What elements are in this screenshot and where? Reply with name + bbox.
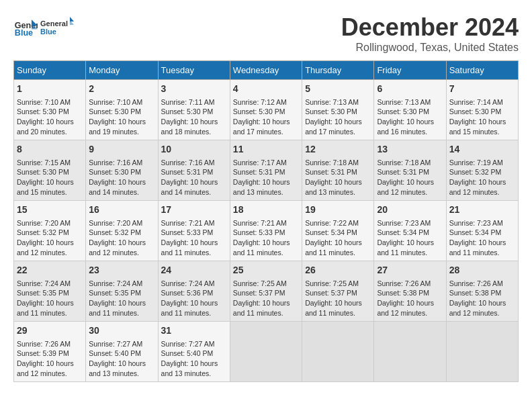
day-info: Sunrise: 7:26 AM Sunset: 5:39 PM Dayligh… [17, 339, 83, 379]
calendar-cell [302, 322, 374, 382]
day-info: Sunrise: 7:18 AM Sunset: 5:31 PM Dayligh… [377, 158, 443, 197]
day-number: 12 [305, 143, 371, 156]
day-number: 16 [89, 203, 154, 217]
day-number: 6 [377, 83, 443, 96]
day-number: 19 [305, 203, 371, 217]
calendar-week-row: 22Sunrise: 7:24 AM Sunset: 5:35 PM Dayli… [14, 261, 519, 322]
header-friday: Friday [374, 61, 446, 80]
day-info: Sunrise: 7:25 AM Sunset: 5:37 PM Dayligh… [233, 279, 299, 318]
calendar-cell: 18Sunrise: 7:21 AM Sunset: 5:33 PM Dayli… [230, 201, 302, 261]
day-number: 15 [17, 203, 83, 217]
day-info: Sunrise: 7:24 AM Sunset: 5:35 PM Dayligh… [17, 279, 83, 318]
calendar-cell: 6Sunrise: 7:13 AM Sunset: 5:30 PM Daylig… [374, 80, 446, 140]
svg-marker-7 [70, 17, 74, 21]
day-number: 7 [449, 83, 515, 96]
day-info: Sunrise: 7:11 AM Sunset: 5:30 PM Dayligh… [161, 97, 227, 137]
calendar-cell: 20Sunrise: 7:23 AM Sunset: 5:34 PM Dayli… [374, 201, 446, 261]
calendar-cell: 11Sunrise: 7:17 AM Sunset: 5:31 PM Dayli… [230, 140, 302, 201]
day-number: 9 [89, 143, 154, 156]
month-title: December 2024 [341, 13, 519, 42]
header-monday: Monday [86, 61, 158, 80]
day-number: 29 [17, 324, 83, 338]
day-info: Sunrise: 7:26 AM Sunset: 5:38 PM Dayligh… [449, 279, 515, 318]
day-number: 4 [233, 83, 299, 96]
logo-icon: General Blue [13, 15, 38, 39]
day-info: Sunrise: 7:12 AM Sunset: 5:30 PM Dayligh… [233, 97, 299, 137]
calendar-cell: 27Sunrise: 7:26 AM Sunset: 5:38 PM Dayli… [374, 261, 446, 322]
day-number: 5 [305, 83, 371, 96]
day-number: 28 [449, 264, 515, 277]
day-info: Sunrise: 7:14 AM Sunset: 5:30 PM Dayligh… [449, 97, 515, 137]
calendar-cell: 16Sunrise: 7:20 AM Sunset: 5:32 PM Dayli… [86, 201, 158, 261]
day-info: Sunrise: 7:16 AM Sunset: 5:30 PM Dayligh… [89, 158, 154, 197]
calendar-cell: 23Sunrise: 7:24 AM Sunset: 5:35 PM Dayli… [86, 261, 158, 322]
day-info: Sunrise: 7:24 AM Sunset: 5:36 PM Dayligh… [161, 279, 227, 318]
day-number: 27 [377, 264, 443, 277]
day-number: 20 [377, 203, 443, 217]
calendar-cell: 28Sunrise: 7:26 AM Sunset: 5:38 PM Dayli… [446, 261, 518, 322]
day-number: 13 [377, 143, 443, 156]
calendar-cell: 25Sunrise: 7:25 AM Sunset: 5:37 PM Dayli… [230, 261, 302, 322]
day-info: Sunrise: 7:13 AM Sunset: 5:30 PM Dayligh… [305, 97, 371, 137]
calendar-week-row: 15Sunrise: 7:20 AM Sunset: 5:32 PM Dayli… [14, 201, 519, 261]
calendar-cell: 4Sunrise: 7:12 AM Sunset: 5:30 PM Daylig… [230, 80, 302, 140]
day-info: Sunrise: 7:13 AM Sunset: 5:30 PM Dayligh… [377, 97, 443, 137]
day-number: 26 [305, 264, 371, 277]
day-number: 8 [17, 143, 83, 156]
day-number: 25 [233, 264, 299, 277]
day-info: Sunrise: 7:17 AM Sunset: 5:31 PM Dayligh… [233, 158, 299, 197]
calendar-cell [446, 322, 518, 382]
day-info: Sunrise: 7:26 AM Sunset: 5:38 PM Dayligh… [377, 279, 443, 318]
calendar-table: SundayMondayTuesdayWednesdayThursdayFrid… [13, 60, 519, 382]
day-info: Sunrise: 7:25 AM Sunset: 5:37 PM Dayligh… [305, 279, 371, 318]
location: Rollingwood, Texas, United States [341, 42, 519, 54]
day-number: 14 [449, 143, 515, 156]
calendar-cell: 12Sunrise: 7:18 AM Sunset: 5:31 PM Dayli… [302, 140, 374, 201]
calendar-cell: 2Sunrise: 7:10 AM Sunset: 5:30 PM Daylig… [86, 80, 158, 140]
calendar-cell: 22Sunrise: 7:24 AM Sunset: 5:35 PM Dayli… [14, 261, 86, 322]
calendar-cell: 29Sunrise: 7:26 AM Sunset: 5:39 PM Dayli… [14, 322, 86, 382]
calendar-cell: 7Sunrise: 7:14 AM Sunset: 5:30 PM Daylig… [446, 80, 518, 140]
svg-text:Blue: Blue [15, 28, 33, 38]
calendar-cell: 17Sunrise: 7:21 AM Sunset: 5:33 PM Dayli… [158, 201, 230, 261]
day-info: Sunrise: 7:27 AM Sunset: 5:40 PM Dayligh… [161, 339, 227, 379]
day-number: 22 [17, 264, 83, 277]
day-info: Sunrise: 7:23 AM Sunset: 5:34 PM Dayligh… [449, 218, 515, 258]
day-info: Sunrise: 7:15 AM Sunset: 5:30 PM Dayligh… [17, 158, 83, 197]
page-header: General Blue General Blue December 2024 … [13, 13, 519, 54]
calendar-cell: 31Sunrise: 7:27 AM Sunset: 5:40 PM Dayli… [158, 322, 230, 382]
calendar-cell: 10Sunrise: 7:16 AM Sunset: 5:31 PM Dayli… [158, 140, 230, 201]
calendar-cell: 15Sunrise: 7:20 AM Sunset: 5:32 PM Dayli… [14, 201, 86, 261]
calendar-cell: 21Sunrise: 7:23 AM Sunset: 5:34 PM Dayli… [446, 201, 518, 261]
day-number: 2 [89, 83, 154, 96]
calendar-cell: 13Sunrise: 7:18 AM Sunset: 5:31 PM Dayli… [374, 140, 446, 201]
day-info: Sunrise: 7:21 AM Sunset: 5:33 PM Dayligh… [233, 218, 299, 258]
calendar-cell: 19Sunrise: 7:22 AM Sunset: 5:34 PM Dayli… [302, 201, 374, 261]
day-info: Sunrise: 7:10 AM Sunset: 5:30 PM Dayligh… [89, 97, 154, 137]
day-info: Sunrise: 7:27 AM Sunset: 5:40 PM Dayligh… [89, 339, 154, 379]
calendar-cell [374, 322, 446, 382]
logo: General Blue General Blue [13, 13, 74, 40]
calendar-week-row: 1Sunrise: 7:10 AM Sunset: 5:30 PM Daylig… [14, 80, 519, 140]
calendar-cell: 30Sunrise: 7:27 AM Sunset: 5:40 PM Dayli… [86, 322, 158, 382]
general-blue-logo-svg: General Blue [40, 13, 74, 40]
header-saturday: Saturday [446, 61, 518, 80]
day-number: 30 [89, 324, 154, 338]
calendar-cell: 1Sunrise: 7:10 AM Sunset: 5:30 PM Daylig… [14, 80, 86, 140]
day-info: Sunrise: 7:22 AM Sunset: 5:34 PM Dayligh… [305, 218, 371, 258]
calendar-week-row: 29Sunrise: 7:26 AM Sunset: 5:39 PM Dayli… [14, 322, 519, 382]
day-info: Sunrise: 7:20 AM Sunset: 5:32 PM Dayligh… [17, 218, 83, 258]
day-number: 3 [161, 83, 227, 96]
day-number: 18 [233, 203, 299, 217]
day-info: Sunrise: 7:19 AM Sunset: 5:32 PM Dayligh… [449, 158, 515, 197]
day-number: 1 [17, 83, 83, 96]
calendar-cell: 3Sunrise: 7:11 AM Sunset: 5:30 PM Daylig… [158, 80, 230, 140]
calendar-week-row: 8Sunrise: 7:15 AM Sunset: 5:30 PM Daylig… [14, 140, 519, 201]
day-info: Sunrise: 7:20 AM Sunset: 5:32 PM Dayligh… [89, 218, 154, 258]
calendar-cell: 14Sunrise: 7:19 AM Sunset: 5:32 PM Dayli… [446, 140, 518, 201]
day-info: Sunrise: 7:24 AM Sunset: 5:35 PM Dayligh… [89, 279, 154, 318]
day-number: 17 [161, 203, 227, 217]
day-info: Sunrise: 7:18 AM Sunset: 5:31 PM Dayligh… [305, 158, 371, 197]
calendar-cell: 24Sunrise: 7:24 AM Sunset: 5:36 PM Dayli… [158, 261, 230, 322]
svg-text:General: General [40, 19, 68, 28]
